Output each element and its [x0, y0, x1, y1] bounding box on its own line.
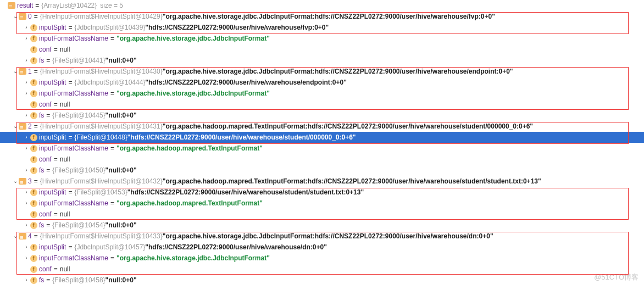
expand-arrow-icon[interactable]: › [23, 88, 30, 99]
equals-sign: = [52, 154, 60, 165]
expand-arrow-icon[interactable]: › [23, 143, 30, 154]
field-name: fs [39, 55, 44, 66]
value-text: "hdfs://CNSZ22PL0272:9000/user/hive/ware… [145, 22, 329, 33]
expand-arrow-icon[interactable]: ⌄ [12, 231, 19, 242]
expand-arrow-icon[interactable]: ⌄ [12, 11, 19, 22]
index-label: 1 [28, 66, 32, 77]
value-text: "org.apache.hadoop.mapred.TextInputForma… [163, 121, 533, 132]
tree-row-conf[interactable]: ›fconf=null [0, 209, 644, 220]
tree-row-index[interactable]: ⌄3={HiveInputFormat$HiveInputSplit@10432… [0, 176, 644, 187]
tree-row-index[interactable]: ⌄4={HiveInputFormat$HiveInputSplit@10433… [0, 231, 644, 242]
expand-arrow-icon[interactable]: › [23, 165, 30, 176]
tree-row-root[interactable]: ▾ result = {ArrayList@10422} size = 5 [0, 0, 644, 11]
tree-row-fs[interactable]: ›ffs={FileSplit@10454} "null:0+0" [0, 220, 644, 231]
equals-sign: = [66, 22, 74, 33]
tree-row-inputsplit[interactable]: ›finputSplit={FileSplit@10453} "hdfs://C… [0, 187, 644, 198]
expand-arrow-icon[interactable]: › [23, 253, 30, 264]
field-icon: f [30, 199, 37, 207]
tree-row-conf[interactable]: ›fconf=null [0, 264, 644, 275]
equals-sign: = [66, 77, 74, 88]
expand-arrow-icon[interactable]: › [23, 275, 30, 286]
field-icon: f [30, 243, 37, 251]
value-text: "org.apache.hive.storage.jdbc.JdbcInputF… [163, 11, 495, 22]
field-icon: f [30, 24, 37, 31]
tree-row-fs[interactable]: ›ffs={FileSplit@10445} "null:0+0" [0, 110, 644, 121]
size-label: size = 5 [97, 0, 123, 11]
expand-arrow-icon[interactable]: › [23, 22, 30, 33]
expand-arrow-icon[interactable]: › [23, 110, 30, 121]
tree-row-conf[interactable]: ›fconf=null [0, 99, 644, 110]
type-label: {FileSplit@10453} [74, 187, 127, 198]
tree-row-index[interactable]: ⌄2={HiveInputFormat$HiveInputSplit@10431… [0, 121, 644, 132]
equals-sign: = [108, 143, 116, 154]
type-label: {HiveInputFormat$HiveInputSplit@10432} [40, 176, 163, 187]
field-name: fs [39, 165, 44, 176]
tree-row-inputsplit[interactable]: ›finputSplit={JdbcInputSplit@10457} "hdf… [0, 242, 644, 253]
object-icon [19, 13, 26, 20]
expand-arrow-icon[interactable]: › [23, 55, 30, 66]
field-name: inputSplit [39, 242, 66, 253]
tree-row-inputformatclassname[interactable]: ›finputFormatClassName="org.apache.hive.… [0, 33, 644, 44]
value-text: "hdfs://CNSZ22PL0272:9000/user/hive/ware… [127, 187, 364, 198]
tree-row-conf[interactable]: ›fconf=null [0, 154, 644, 165]
equals-sign: = [44, 110, 52, 121]
field-name: conf [39, 209, 52, 220]
tree-row-fs[interactable]: ›ffs={FileSplit@10458} "null:0+0" [0, 275, 644, 286]
equals-sign: = [44, 165, 52, 176]
watermark: @51CTO博客 [594, 272, 639, 282]
field-name: fs [39, 220, 44, 231]
type-label: {HiveInputFormat$HiveInputSplit@10431} [40, 121, 163, 132]
tree-row-index[interactable]: ⌄0={HiveInputFormat$HiveInputSplit@10429… [0, 11, 644, 22]
expand-arrow-icon[interactable]: › [23, 132, 30, 143]
field-icon: f [30, 90, 37, 97]
field-icon: f [30, 166, 37, 174]
field-icon: f [30, 111, 37, 119]
equals-sign: = [32, 176, 40, 187]
tree-row-index[interactable]: ⌄1={HiveInputFormat$HiveInputSplit@10430… [0, 66, 644, 77]
expand-arrow-icon[interactable]: ⌄ [12, 176, 19, 187]
expand-arrow-icon[interactable]: › [23, 242, 30, 253]
field-icon: f [30, 57, 37, 64]
expand-arrow-icon[interactable]: › [23, 77, 30, 88]
index-label: 2 [28, 121, 32, 132]
tree-row-conf[interactable]: ›fconf=null [0, 44, 644, 55]
tree-row-inputformatclassname[interactable]: ›finputFormatClassName="org.apache.hive.… [0, 253, 644, 264]
value-text: "org.apache.hadoop.mapred.TextInputForma… [163, 176, 541, 187]
tree-row-inputformatclassname[interactable]: ›finputFormatClassName="org.apache.hive.… [0, 88, 644, 99]
equals-sign: = [52, 44, 60, 55]
equals-sign: = [44, 275, 52, 286]
field-name: inputSplit [39, 22, 66, 33]
equals-sign: = [32, 231, 40, 242]
equals-sign: = [52, 99, 60, 110]
expand-arrow-icon[interactable]: ⌄ [12, 66, 19, 77]
field-name: conf [39, 264, 52, 275]
type-label: {HiveInputFormat$HiveInputSplit@10429} [40, 11, 163, 22]
value-text: "org.apache.hive.storage.jdbc.JdbcInputF… [116, 33, 270, 44]
tree-row-inputsplit[interactable]: ›finputSplit={JdbcInputSplit@10444} "hdf… [0, 77, 644, 88]
expand-arrow-icon[interactable]: › [23, 198, 30, 209]
expand-arrow-icon[interactable]: › [23, 187, 30, 198]
tree-row-inputformatclassname[interactable]: ›finputFormatClassName="org.apache.hadoo… [0, 143, 644, 154]
field-name: conf [39, 44, 52, 55]
value-text: "org.apache.hive.storage.jdbc.JdbcInputF… [116, 88, 270, 99]
tree-row-inputsplit[interactable]: ›finputSplit={JdbcInputSplit@10439} "hdf… [0, 22, 644, 33]
field-name: fs [39, 110, 44, 121]
value-text: null [60, 44, 70, 55]
field-name: inputSplit [39, 187, 66, 198]
expand-arrow-icon[interactable]: › [23, 33, 30, 44]
type-label: {ArrayList@10422} [41, 0, 97, 11]
value-text: "hdfs://CNSZ22PL0272:9000/user/hive/ware… [127, 132, 356, 143]
expand-arrow-icon[interactable]: › [23, 220, 30, 231]
tree-row-fs[interactable]: ›ffs={FileSplit@10441} "null:0+0" [0, 55, 644, 66]
type-label: {FileSplit@10454} [52, 220, 105, 231]
tree-row-fs[interactable]: ›ffs={FileSplit@10450} "null:0+0" [0, 165, 644, 176]
expand-arrow-icon[interactable]: ⌄ [12, 121, 19, 132]
value-text: "null:0+0" [106, 165, 137, 176]
tree-row-inputsplit[interactable]: ›finputSplit={FileSplit@10448} "hdfs://C… [0, 132, 644, 143]
tree-row-inputformatclassname[interactable]: ›finputFormatClassName="org.apache.hadoo… [0, 198, 644, 209]
field-name: conf [39, 154, 52, 165]
equals-sign: = [108, 88, 116, 99]
equals-sign: = [108, 253, 116, 264]
field-icon: f [30, 276, 37, 284]
field-icon: f [30, 79, 37, 86]
